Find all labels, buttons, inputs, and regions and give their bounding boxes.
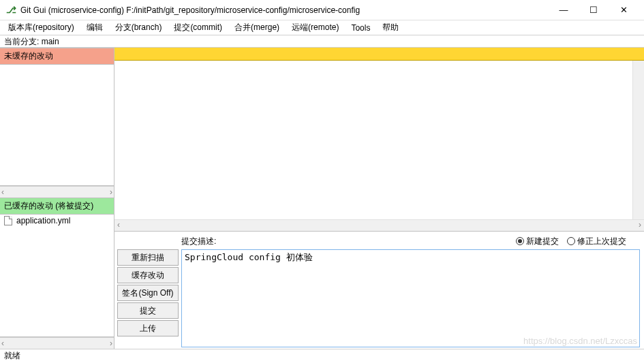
staged-scrollbar[interactable]: ‹ › (0, 337, 114, 349)
unstaged-header: 未缓存的改动 (0, 48, 114, 65)
scroll-left-icon: ‹ (1, 187, 4, 197)
diff-hscrollbar[interactable]: ‹ › (114, 219, 644, 231)
close-button[interactable]: ✕ (614, 3, 633, 17)
radio-amend-label: 修正上次提交 (577, 236, 626, 247)
radio-new-commit[interactable]: 新建提交 (516, 236, 559, 247)
diff-header (114, 48, 644, 61)
scroll-right-icon: › (110, 339, 112, 348)
menu-help[interactable]: 帮助 (377, 20, 404, 35)
radio-unchecked-icon (567, 237, 575, 245)
staged-file-name: application.yml (16, 216, 70, 225)
staged-list[interactable]: application.yml (0, 215, 114, 337)
menu-commit[interactable]: 提交(commit) (168, 20, 228, 35)
branch-bar: 当前分支: main (0, 35, 644, 48)
diff-vscrollbar[interactable] (632, 61, 644, 219)
staged-header: 已缓存的改动 (将被提交) (0, 198, 114, 215)
menu-tools[interactable]: Tools (346, 22, 375, 34)
commit-type-radios: 新建提交 修正上次提交 (516, 236, 626, 247)
maximize-button[interactable]: ☐ (584, 3, 603, 17)
menu-remote[interactable]: 远端(remote) (286, 20, 344, 35)
window-title: Git Gui (microservice-config) F:/initPat… (20, 5, 554, 15)
menu-branch[interactable]: 分支(branch) (110, 20, 168, 35)
titlebar: ⎇ Git Gui (microservice-config) F:/initP… (0, 0, 644, 20)
signoff-button[interactable]: 签名(Sign Off) (117, 285, 179, 301)
rescan-button[interactable]: 重新扫描 (117, 249, 179, 266)
stage-button[interactable]: 缓存改动 (117, 267, 179, 283)
menubar: 版本库(repository) 编辑 分支(branch) 提交(commit)… (0, 20, 644, 35)
unstaged-list[interactable] (0, 65, 114, 186)
commit-button-column: 重新扫描 缓存改动 签名(Sign Off) 提交 上传 (117, 249, 179, 347)
commit-area: 重新扫描 缓存改动 签名(Sign Off) 提交 上传 提交描述: 新建提交 (114, 232, 644, 349)
scroll-right-icon: › (639, 220, 641, 231)
commit-top-row: 提交描述: 新建提交 修正上次提交 (181, 234, 640, 248)
status-text: 就绪 (4, 351, 20, 360)
file-icon (4, 216, 12, 225)
app-icon: ⎇ (5, 5, 16, 16)
commit-message-label: 提交描述: (181, 236, 216, 247)
left-column: 未缓存的改动 ‹ › 已缓存的改动 (将被提交) application.yml… (0, 48, 114, 349)
unstaged-scrollbar[interactable]: ‹ › (0, 186, 114, 198)
staged-file-row[interactable]: application.yml (0, 215, 114, 227)
radio-checked-icon (516, 237, 524, 245)
minimize-button[interactable]: — (554, 3, 573, 17)
window-controls: — ☐ ✕ (554, 3, 633, 17)
scroll-left-icon: ‹ (117, 220, 120, 231)
current-branch-label: 当前分支: main (4, 37, 59, 46)
main-area: 未缓存的改动 ‹ › 已缓存的改动 (将被提交) application.yml… (0, 48, 644, 349)
menu-merge[interactable]: 合并(merge) (229, 20, 285, 35)
commit-right: 提交描述: 新建提交 修正上次提交 SpringCloud config 初体验 (181, 234, 640, 347)
radio-amend-commit[interactable]: 修正上次提交 (567, 236, 626, 247)
commit-button[interactable]: 提交 (117, 302, 179, 319)
push-button[interactable]: 上传 (117, 320, 179, 336)
radio-new-label: 新建提交 (526, 236, 559, 247)
menu-edit[interactable]: 编辑 (81, 20, 108, 35)
diff-viewer[interactable]: ‹ › (114, 61, 644, 232)
scroll-left-icon: ‹ (1, 339, 4, 348)
scroll-right-icon: › (110, 187, 112, 197)
statusbar: 就绪 (0, 349, 644, 361)
menu-repository[interactable]: 版本库(repository) (3, 20, 80, 35)
right-column: ‹ › 重新扫描 缓存改动 签名(Sign Off) 提交 上传 提交描述: 新… (114, 48, 644, 349)
commit-message-input[interactable]: SpringCloud config 初体验 (181, 249, 640, 347)
